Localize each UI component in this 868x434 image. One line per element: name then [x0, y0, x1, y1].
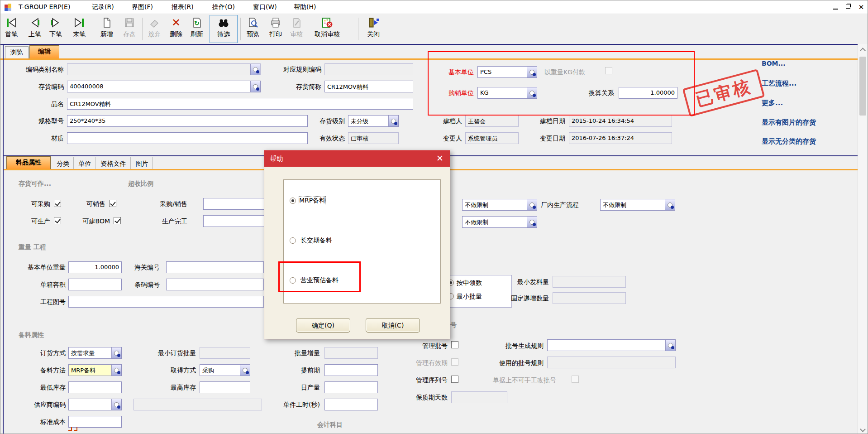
lookup-button[interactable] — [527, 67, 537, 77]
spec-field[interactable]: 250*240*35 — [67, 115, 308, 127]
trade-unit-field[interactable]: KG — [477, 87, 537, 99]
scroll-down-icon[interactable] — [860, 426, 866, 432]
lookup-button[interactable] — [527, 87, 537, 98]
tab-classification[interactable]: 分类 — [53, 157, 74, 169]
daily-output-field[interactable] — [324, 381, 378, 393]
producible-checkbox[interactable] — [54, 217, 61, 224]
no-manual-batch-checkbox[interactable] — [572, 376, 579, 383]
print-button[interactable]: 打印 — [266, 16, 286, 39]
lookup-button[interactable] — [111, 399, 121, 410]
filter-button[interactable]: 筛选 — [212, 16, 235, 39]
ok-button[interactable]: 确定(Q) — [296, 318, 350, 333]
restriction-field-2[interactable]: 不做限制 — [462, 216, 537, 228]
dialog-close-icon[interactable]: ✕ — [434, 150, 445, 167]
last-record-button[interactable]: 末笔 — [69, 16, 89, 39]
lookup-button[interactable] — [665, 199, 675, 210]
discard-button[interactable]: 放弃 — [144, 16, 164, 39]
mrp-prep-radio[interactable] — [290, 198, 296, 204]
scrollbar-thumb[interactable] — [859, 57, 866, 116]
lookup-button[interactable] — [527, 217, 537, 227]
lookup-button[interactable] — [665, 340, 675, 351]
menu-tgroup-erp[interactable]: T-GROUP ERP(E) — [17, 3, 72, 12]
menu-interface[interactable]: 界面(F) — [130, 3, 155, 12]
tab-qualification-files[interactable]: 资格文件 — [96, 157, 131, 169]
sellable-checkbox[interactable] — [109, 200, 116, 207]
lookup-button[interactable] — [240, 365, 250, 376]
purchasable-checkbox[interactable] — [54, 200, 61, 207]
tab-units[interactable]: 单位 — [75, 157, 95, 169]
lookup-button[interactable] — [388, 116, 398, 126]
min-issue-field[interactable] — [553, 276, 626, 288]
conversion-field[interactable]: 1.00000 — [619, 87, 677, 99]
factory-flow-field[interactable]: 不做限制 — [600, 199, 675, 211]
process-flow-link[interactable]: 工艺流程... — [762, 79, 796, 88]
inventory-abbr-field[interactable]: CR12MOV精料 — [324, 81, 413, 92]
show-unclassified-link[interactable]: 显示无分类的存货 — [762, 137, 816, 146]
barcode-field[interactable] — [166, 279, 264, 290]
material-field[interactable] — [67, 132, 308, 144]
prep-method-field[interactable]: MRP备料 — [68, 364, 122, 376]
production-finish-ratio-field[interactable] — [203, 215, 267, 227]
restore-button[interactable] — [844, 3, 853, 11]
delete-button[interactable]: ✕ 删除 — [166, 16, 186, 39]
tab-images[interactable]: 图片 — [132, 157, 153, 169]
supplier-code-field[interactable] — [68, 399, 122, 410]
preview-button[interactable]: 预览 — [243, 16, 263, 39]
rule-code-field[interactable] — [324, 63, 413, 75]
first-record-button[interactable]: 首笔 — [1, 16, 21, 39]
menu-operation[interactable]: 操作(O) — [210, 3, 237, 12]
manage-expiry-checkbox[interactable] — [451, 358, 458, 366]
lookup-button[interactable] — [250, 64, 260, 75]
min-stock-field[interactable] — [68, 381, 122, 393]
menu-help[interactable]: 帮助(H) — [292, 3, 318, 12]
lead-time-field[interactable] — [324, 364, 378, 376]
add-button[interactable]: 新增 — [96, 16, 117, 39]
batch-increment-field[interactable] — [324, 347, 378, 359]
bom-allowed-checkbox[interactable] — [114, 217, 121, 224]
cancel-audit-button[interactable]: 取消审核 — [308, 16, 346, 39]
box-volume-field[interactable] — [68, 279, 122, 290]
scroll-up-icon[interactable] — [860, 48, 866, 53]
acquire-method-field[interactable]: 采购 — [200, 364, 250, 376]
menu-record[interactable]: 记录(R) — [90, 3, 116, 12]
code-category-field[interactable] — [67, 63, 261, 75]
max-stock-field[interactable] — [200, 381, 250, 393]
prev-record-button[interactable]: 上笔 — [25, 16, 45, 39]
base-unit-field[interactable]: PCS — [477, 66, 537, 78]
base-unit-weight-field[interactable]: 1.00000 — [68, 261, 122, 273]
tab-edit[interactable]: 编辑 — [29, 45, 59, 58]
inventory-level-field[interactable]: 未分级 — [348, 115, 399, 127]
audit-button[interactable]: 审核 — [286, 16, 306, 39]
manage-batch-checkbox[interactable] — [451, 341, 458, 348]
bom-link[interactable]: BOM... — [762, 60, 785, 67]
close-window-button[interactable]: ✕ — [857, 3, 866, 11]
batch-rule-field[interactable] — [547, 339, 676, 351]
manage-serial-checkbox[interactable] — [451, 376, 458, 383]
tab-browse[interactable]: 浏览 — [5, 46, 29, 58]
long-leadtime-radio[interactable] — [290, 237, 296, 244]
help-dialog-titlebar[interactable]: 帮助 — [264, 150, 450, 167]
lookup-button[interactable] — [527, 199, 537, 210]
product-name-field[interactable]: CR12MOV精料 — [67, 98, 413, 110]
lookup-button[interactable] — [250, 81, 260, 92]
tab-item-properties[interactable]: 料品属性 — [6, 156, 51, 169]
used-batch-rule-field[interactable] — [547, 357, 676, 368]
cancel-button[interactable]: 取消(C) — [366, 318, 420, 333]
lookup-button[interactable] — [111, 347, 121, 358]
drawing-number-field[interactable] — [68, 296, 264, 308]
sales-forecast-label[interactable]: 营业预估备料 — [300, 276, 339, 285]
sales-forecast-radio[interactable] — [290, 277, 296, 284]
unit-time-field[interactable] — [324, 399, 378, 410]
menu-report[interactable]: 报表(R) — [170, 3, 196, 12]
next-record-button[interactable]: 下笔 — [46, 16, 66, 39]
restriction-field-1[interactable]: 不做限制 — [462, 199, 537, 211]
refresh-button[interactable]: ↻ 刷新 — [187, 16, 207, 39]
vertical-scrollbar[interactable] — [858, 44, 868, 434]
lookup-button[interactable] — [111, 365, 121, 376]
long-leadtime-label[interactable]: 长交期备料 — [300, 236, 332, 245]
close-form-button[interactable]: 关闭 — [362, 16, 384, 39]
order-method-field[interactable]: 按需求量 — [68, 347, 122, 359]
minimize-button[interactable] — [831, 3, 840, 11]
purchase-sales-ratio-field[interactable] — [203, 198, 267, 210]
min-order-field[interactable] — [200, 347, 250, 359]
